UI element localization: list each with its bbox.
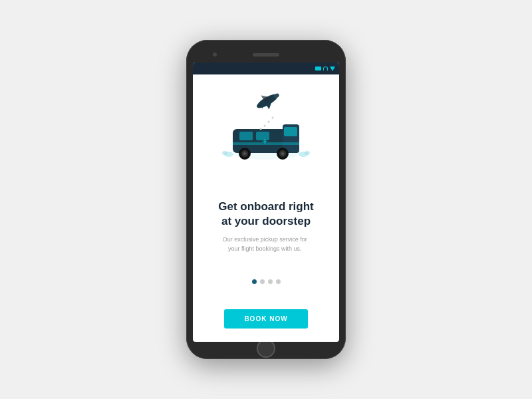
dot-3[interactable]: [268, 279, 273, 284]
svg-point-25: [264, 125, 266, 127]
phone-camera: [213, 53, 217, 57]
phone-top-bar: [193, 47, 339, 63]
phone-bottom: [193, 342, 339, 352]
signal-icon: [330, 66, 335, 71]
text-section: Get onboard rightat your doorstep Our ex…: [218, 200, 314, 253]
svg-rect-3: [284, 127, 297, 136]
main-title: Get onboard rightat your doorstep: [218, 200, 314, 229]
subtitle: Our exclusive pickup service for your fl…: [218, 235, 311, 253]
svg-point-17: [305, 151, 310, 155]
svg-point-26: [260, 128, 262, 130]
screen-content: ✈: [193, 74, 339, 342]
status-bar: [193, 63, 339, 74]
dot-1[interactable]: [252, 279, 257, 284]
dot-4[interactable]: [276, 279, 281, 284]
svg-point-24: [268, 121, 270, 123]
svg-rect-4: [239, 132, 253, 140]
svg-point-23: [272, 117, 274, 119]
svg-text:✈: ✈: [262, 138, 267, 145]
svg-point-10: [243, 152, 246, 155]
phone-mockup: ✈: [186, 40, 346, 359]
pagination-dots: [252, 279, 281, 284]
svg-point-13: [281, 152, 284, 155]
phone-screen: ✈: [193, 63, 339, 342]
svg-point-16: [222, 151, 227, 155]
home-button[interactable]: [257, 339, 275, 358]
wifi-icon: [323, 66, 328, 70]
battery-icon: [315, 66, 321, 70]
phone-speaker: [253, 53, 279, 57]
illustration: ✈: [219, 88, 313, 174]
dot-2[interactable]: [260, 279, 265, 284]
book-now-button[interactable]: BOOK NOW: [224, 309, 307, 329]
